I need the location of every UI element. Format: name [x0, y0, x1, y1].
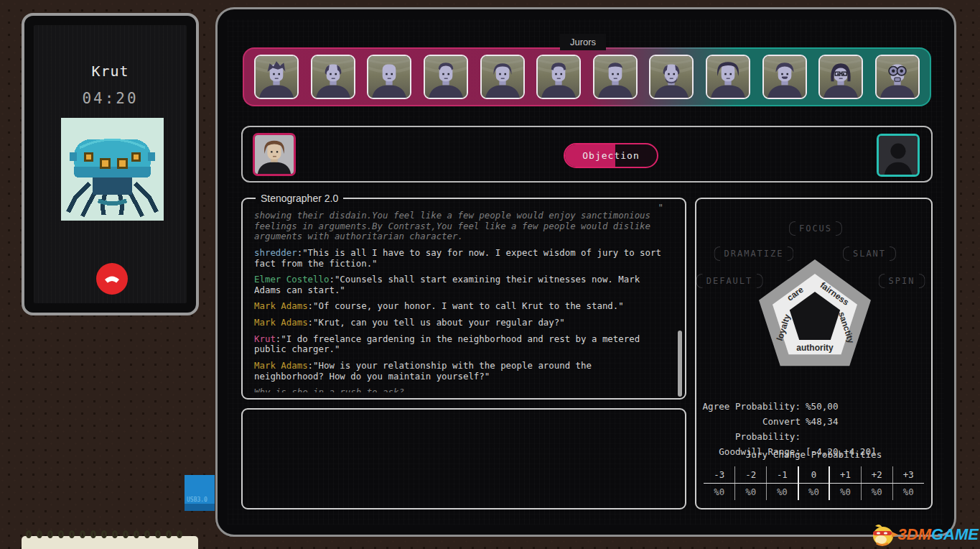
- attorney-portrait-image: [255, 135, 294, 174]
- juror-portrait-2[interactable]: [311, 55, 355, 99]
- moral-pentagon: care fairness loyalty sanctity authority: [736, 251, 894, 392]
- stat-label: Convert Probability:: [696, 414, 801, 444]
- input-panel: [241, 408, 686, 509]
- jury-delta-value: %0: [861, 484, 892, 501]
- notebook-ring: [166, 530, 172, 538]
- jury-change-table: -3-2-10+1+2+3%0%0%0%0%0%0%0: [704, 466, 924, 500]
- tactic-focus[interactable]: FOCUS: [792, 221, 839, 236]
- jury-delta-value: %0: [704, 484, 735, 501]
- jury-delta-header: +3: [892, 466, 924, 484]
- jurors-bar: [243, 47, 931, 106]
- transcript-speech: Mark Adams:"Of course, your honor. I wan…: [254, 301, 666, 312]
- transcript-speech: Mark Adams:"Krut, can you tell us about …: [254, 318, 666, 328]
- juror-portrait-3[interactable]: [367, 55, 411, 99]
- notebook-ring: [37, 530, 42, 538]
- stat-value: %50,00: [806, 399, 931, 414]
- transcript: showing their disdain.You feel like a fe…: [254, 211, 666, 392]
- moral-pentagon-chart: care fairness loyalty sanctity authority: [736, 251, 894, 392]
- objection-label: Objection: [565, 144, 657, 167]
- juror-portrait-4[interactable]: [424, 55, 468, 99]
- jury-delta-header: -3: [704, 466, 735, 484]
- transcript-speech: Mark Adams:"How is your relationship wit…: [254, 361, 666, 382]
- notebook-ring: [134, 530, 139, 538]
- notebook-ring: [177, 530, 182, 538]
- watermark-3dm: 3DM: [898, 527, 931, 543]
- argument-analysis-panel: FOCUS DRAMATIZE SLANT DEFAULT SPIN care …: [695, 198, 933, 509]
- jury-change-title: Jury Change Probabilities: [696, 449, 931, 460]
- chick-mascot-icon: [871, 522, 898, 548]
- speaker-name: Elmer Costello: [254, 274, 329, 285]
- silhouette-image: [879, 136, 918, 175]
- transcript-scrollbar[interactable]: [678, 331, 682, 397]
- jury-delta-header: -1: [767, 466, 798, 484]
- juror-portrait-6[interactable]: [536, 55, 581, 99]
- usb-stick[interactable]: USB3.0: [185, 475, 215, 511]
- juror-portrait-9[interactable]: [706, 55, 750, 99]
- stat-row: Convert Probability:%48,34: [696, 414, 931, 444]
- notebook-ring: [112, 530, 118, 538]
- call-timer: 04:20: [34, 90, 187, 107]
- attorney-avatar: [253, 133, 296, 176]
- speaker-name: Mark Adams: [254, 360, 308, 371]
- stenographer-title: Stenographer 2.0: [256, 193, 343, 204]
- notebook-ring: [90, 530, 96, 538]
- jury-delta-value: %0: [829, 484, 861, 501]
- notebook-rings: [26, 530, 182, 538]
- 3dmgame-watermark: 3DM GAME: [871, 522, 979, 548]
- phone-screen: Krut 04:20: [34, 25, 187, 303]
- speaker-name: shredder: [254, 247, 297, 258]
- transcript-narration: Why is she in a rush to ask?: [254, 387, 666, 392]
- usb-label: USB3.0: [187, 497, 207, 503]
- hangup-button[interactable]: [96, 263, 128, 295]
- spiral-notebook[interactable]: [22, 536, 198, 549]
- phone-call-window: Krut 04:20: [22, 13, 199, 315]
- transcript-speech: Elmer Costello:"Counsels shall start exa…: [254, 274, 666, 295]
- courtroom-console: Jurors Objection: [215, 7, 956, 537]
- stat-value: %48,34: [806, 414, 931, 444]
- notebook-ring: [47, 530, 53, 538]
- stat-label: Agree Probability:: [696, 399, 801, 414]
- jury-delta-header: +1: [829, 466, 861, 484]
- juror-portrait-12[interactable]: [875, 55, 920, 99]
- juror-portrait-1[interactable]: [254, 55, 299, 99]
- jury-delta-header: -2: [735, 466, 767, 484]
- notebook-ring: [123, 530, 129, 538]
- jury-delta-value: %0: [767, 484, 798, 501]
- stat-row: Agree Probability:%50,00: [696, 399, 931, 414]
- transcript-narration: showing their disdain.You feel like a fe…: [254, 211, 666, 242]
- juror-portrait-10[interactable]: [762, 55, 807, 99]
- usb-cap: [185, 504, 215, 511]
- juror-portrait-11[interactable]: [818, 55, 863, 99]
- watermark-game: GAME: [931, 527, 979, 543]
- debate-bar: Objection: [241, 126, 933, 183]
- notebook-ring: [101, 530, 107, 538]
- jury-delta-header: +2: [861, 466, 892, 484]
- notebook-ring: [58, 530, 64, 538]
- caller-portrait-crab: [61, 118, 164, 221]
- objection-button[interactable]: Objection: [564, 143, 658, 168]
- notebook-ring: [69, 530, 75, 538]
- speaker-name: Mark Adams: [254, 300, 308, 311]
- speaker-name: Krut: [254, 333, 276, 344]
- witness-avatar-silhouette: [877, 134, 920, 177]
- jury-delta-value: %0: [892, 484, 924, 501]
- juror-portrait-8[interactable]: [649, 55, 694, 99]
- jury-delta-value: %0: [798, 484, 830, 501]
- jurors-tab-label: Jurors: [560, 34, 606, 50]
- pentagon-label-authority: authority: [796, 343, 834, 353]
- juror-portrait-7[interactable]: [593, 55, 638, 99]
- jurors-row: [244, 49, 930, 105]
- notebook-ring: [155, 530, 161, 538]
- notebook-ring: [144, 530, 150, 538]
- juror-portrait-5[interactable]: [480, 55, 525, 99]
- jury-delta-header: 0: [798, 466, 830, 484]
- notebook-ring: [80, 530, 85, 538]
- stenographer-panel: Stenographer 2.0 " showing their disdain…: [241, 198, 686, 400]
- caller-name: Krut: [34, 63, 187, 80]
- notebook-ring: [26, 530, 32, 538]
- phone-hangup-icon: [103, 269, 121, 288]
- speaker-name: Mark Adams: [254, 317, 308, 328]
- crab-robot-image: [61, 118, 164, 221]
- jury-delta-value: %0: [735, 484, 767, 501]
- transcript-speech: shredder:"This is all I have to say for …: [254, 248, 666, 269]
